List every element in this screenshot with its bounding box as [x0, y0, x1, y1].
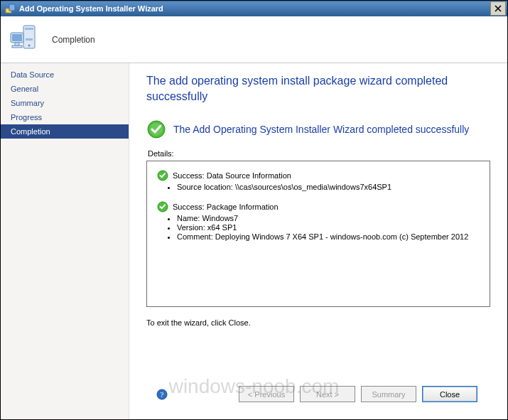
- wizard-body: Data Source General Summary Progress Com…: [1, 63, 507, 419]
- status-text: The Add Operating System Installer Wizar…: [173, 124, 469, 135]
- page-heading: The add operating system install package…: [146, 73, 490, 104]
- wizard-footer: ? < Previous Next > Summary Close: [146, 379, 490, 412]
- main-panel: The add operating system install package…: [129, 63, 507, 419]
- svg-point-5: [28, 44, 31, 46]
- svg-rect-4: [26, 38, 33, 41]
- header-stage: Completion: [52, 35, 95, 45]
- sidebar-item-general[interactable]: General: [1, 82, 129, 96]
- details-label: Details:: [148, 149, 490, 158]
- success-icon: [146, 119, 166, 139]
- wizard-header: Completion: [1, 16, 507, 63]
- next-button: Next >: [300, 386, 355, 402]
- svg-rect-9: [12, 45, 22, 48]
- svg-text:?: ?: [161, 390, 164, 399]
- sidebar: Data Source General Summary Progress Com…: [1, 63, 129, 419]
- sidebar-item-summary[interactable]: Summary: [1, 96, 129, 110]
- sidebar-item-progress[interactable]: Progress: [1, 110, 129, 124]
- summary-button: Summary: [361, 386, 416, 402]
- svg-rect-3: [25, 28, 33, 30]
- svg-rect-7: [12, 34, 22, 41]
- status-row: The Add Operating System Installer Wizar…: [146, 119, 490, 139]
- svg-rect-8: [15, 43, 19, 45]
- detail-item: Version: x64 SP1: [177, 223, 480, 232]
- previous-button: < Previous: [239, 386, 294, 402]
- detail-item: Comment: Deploying Windows 7 X64 SP1 - w…: [177, 232, 480, 241]
- window-title: Add Operating System Installer Wizard: [19, 4, 490, 13]
- details-group-package-info: Success: Package Information Name: Windo…: [157, 201, 480, 241]
- group-title: Success: Data Source Information: [173, 171, 291, 180]
- detail-item: Source location: \\cas\sources\os\os_med…: [177, 183, 480, 191]
- help-icon[interactable]: ?: [156, 389, 168, 400]
- app-icon: [5, 3, 16, 14]
- group-title: Success: Package Information: [173, 203, 279, 211]
- sidebar-item-data-source[interactable]: Data Source: [1, 68, 129, 82]
- wizard-window: Add Operating System Installer Wizard Co…: [0, 0, 508, 420]
- detail-item: Name: Windows7: [177, 214, 480, 222]
- computer-icon: [8, 23, 42, 57]
- close-button[interactable]: Close: [422, 386, 477, 402]
- sidebar-item-completion[interactable]: Completion: [1, 124, 129, 139]
- svg-rect-1: [9, 4, 15, 11]
- exit-instruction: To exit the wizard, click Close.: [146, 318, 490, 327]
- titlebar: Add Operating System Installer Wizard: [1, 1, 507, 16]
- success-icon: [157, 201, 168, 212]
- success-icon: [157, 170, 168, 181]
- window-close-button[interactable]: [490, 1, 506, 16]
- details-box: Success: Data Source Information Source …: [146, 161, 490, 307]
- details-group-data-source: Success: Data Source Information Source …: [157, 170, 480, 191]
